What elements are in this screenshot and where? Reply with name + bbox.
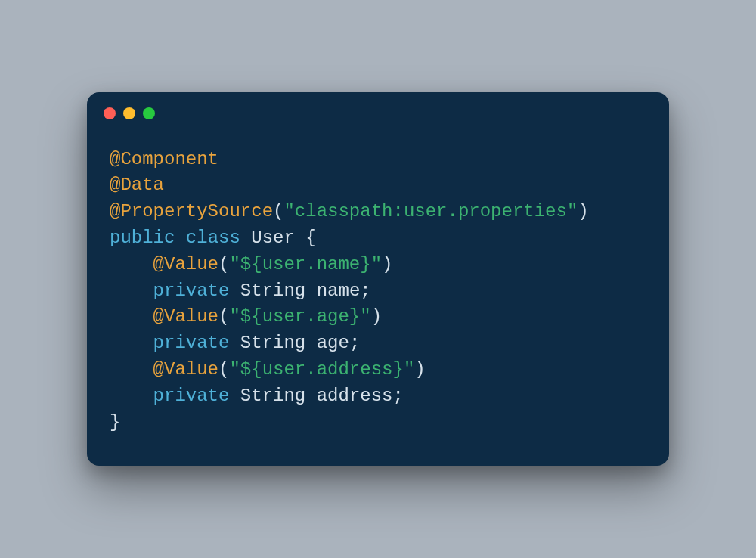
- close-icon[interactable]: [104, 107, 116, 119]
- type-name: String: [240, 333, 305, 353]
- indent: [110, 254, 153, 274]
- indent: [110, 333, 153, 353]
- paren: (: [218, 254, 229, 274]
- semicolon: ;: [349, 333, 360, 353]
- indent: [110, 306, 153, 327]
- titlebar: [87, 92, 669, 126]
- annotation: @PropertySource: [110, 201, 273, 222]
- string-literal: "${user.address}": [229, 359, 414, 380]
- identifier: address: [317, 386, 393, 406]
- annotation: @Value: [153, 254, 218, 274]
- keyword: private: [153, 386, 230, 406]
- code-window: @Component @Data @PropertySource("classp…: [87, 92, 669, 467]
- type-name: String: [240, 281, 305, 301]
- code-block: @Component @Data @PropertySource("classp…: [87, 126, 669, 467]
- paren: ): [382, 254, 392, 274]
- string-literal: "classpath:user.properties": [284, 201, 578, 222]
- maximize-icon[interactable]: [143, 107, 155, 119]
- paren: (: [273, 201, 284, 222]
- keyword: private: [153, 333, 230, 353]
- keyword: private: [153, 281, 230, 301]
- string-literal: "${user.name}": [229, 254, 382, 274]
- indent: [110, 359, 153, 380]
- type-name: String: [240, 386, 305, 406]
- annotation: @Value: [153, 306, 218, 327]
- paren: ): [371, 306, 382, 327]
- paren: ): [414, 359, 425, 380]
- minimize-icon[interactable]: [123, 107, 135, 119]
- brace: {: [305, 228, 316, 248]
- semicolon: ;: [393, 386, 404, 406]
- string-literal: "${user.age}": [229, 306, 370, 327]
- paren: (: [218, 306, 229, 327]
- brace: }: [110, 412, 120, 432]
- identifier: age: [317, 333, 349, 353]
- annotation: @Value: [153, 359, 218, 380]
- keyword: class: [186, 228, 240, 248]
- semicolon: ;: [360, 281, 370, 301]
- keyword: public: [110, 228, 175, 248]
- indent: [110, 281, 153, 301]
- indent: [110, 386, 153, 406]
- class-name: User: [251, 228, 295, 248]
- identifier: name: [317, 281, 361, 301]
- annotation: @Component: [110, 149, 218, 169]
- paren: (: [218, 359, 229, 380]
- annotation: @Data: [110, 175, 164, 195]
- paren: ): [578, 201, 588, 222]
